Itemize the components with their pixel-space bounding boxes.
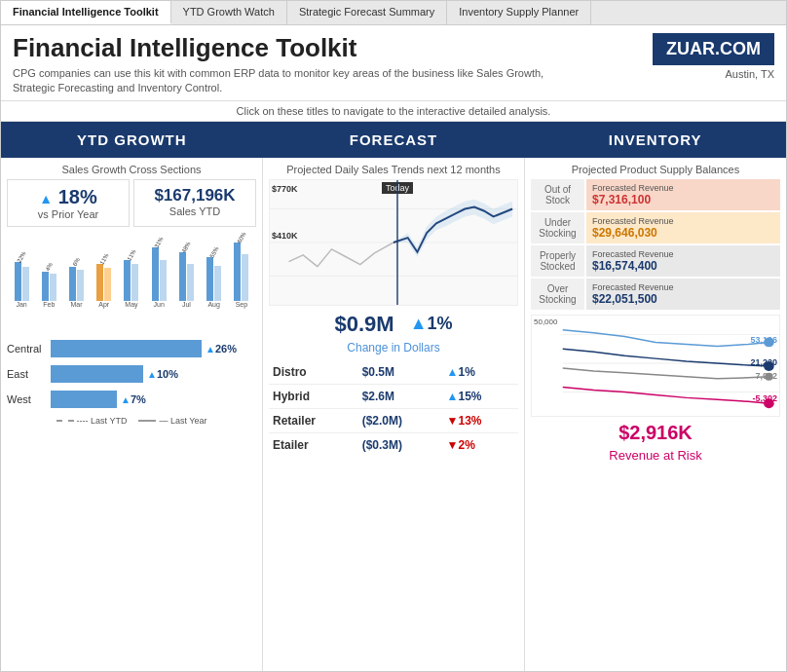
supply-val-1: 53,196 bbox=[750, 335, 777, 345]
channel-distro: Distro $0.5M ▲1% bbox=[269, 360, 518, 385]
channel-retailer-val: ($2.0M) bbox=[358, 408, 443, 432]
svg-marker-3 bbox=[394, 199, 512, 256]
inventory-section-header[interactable]: INVENTORY bbox=[524, 122, 786, 158]
ytd-vs-prior: vs Prior Year bbox=[10, 208, 127, 220]
forecast-line-chart: $770K $410K Today bbox=[269, 179, 518, 306]
forecast-svg bbox=[270, 180, 517, 305]
channel-hybrid-val: $2.6M bbox=[358, 384, 443, 408]
hbar-west-label: West bbox=[7, 393, 51, 405]
inv-under-label: Under Stocking bbox=[531, 212, 584, 243]
inv-row-4: Over Stocking Forecasted Revenue $22,051… bbox=[531, 279, 780, 310]
forecast-section-header[interactable]: FORECAST bbox=[263, 122, 525, 158]
risk-label: Revenue at Risk bbox=[531, 448, 780, 463]
ytd-growth-stat: ▲ 18% vs Prior Year bbox=[7, 179, 130, 227]
inv-row-2: Under Stocking Forecasted Revenue $29,64… bbox=[531, 212, 780, 243]
inv-out-value: Forecasted Revenue $7,316,100 bbox=[586, 179, 780, 210]
supply-y-max: 50,000 bbox=[534, 317, 557, 326]
forecast-column: Projected Daily Sales Trends next 12 mon… bbox=[263, 158, 525, 672]
inv-under-value: Forecasted Revenue $29,646,030 bbox=[586, 212, 780, 243]
tab-financial[interactable]: Financial Intelligence Toolkit bbox=[1, 1, 171, 24]
tab-forecast[interactable]: Strategic Forecast Summary bbox=[287, 1, 447, 24]
channel-retailer-name: Retailer bbox=[269, 408, 358, 432]
section-headers: YTD GROWTH FORECAST INVENTORY bbox=[1, 122, 786, 158]
inv-row-1: Out of Stock Forecasted Revenue $7,316,1… bbox=[531, 179, 780, 210]
company-logo: ZUAR.COM bbox=[653, 33, 774, 65]
click-hint: Click on these titles to navigate to the… bbox=[1, 101, 786, 122]
forecast-change-label: Change in Dollars bbox=[269, 341, 518, 355]
channel-distro-pct: ▲1% bbox=[443, 360, 518, 385]
supply-val-2: 21,220 bbox=[750, 357, 777, 367]
tab-bar: Financial Intelligence Toolkit YTD Growt… bbox=[1, 1, 786, 25]
inv-out-revenue: $7,316,100 bbox=[592, 193, 774, 206]
inv-out-label: Out of Stock bbox=[531, 179, 584, 210]
ytd-growth-value: ▲ 18% bbox=[10, 186, 127, 208]
tab-ytd[interactable]: YTD Growth Watch bbox=[171, 1, 287, 24]
inv-under-revenue: $29,646,030 bbox=[592, 226, 774, 240]
company-location: Austin, TX bbox=[653, 68, 774, 80]
channel-table: Distro $0.5M ▲1% Hybrid $2.6M ▲15% Retai… bbox=[269, 360, 518, 457]
supply-val-4: -5,302 bbox=[752, 393, 777, 403]
channel-retailer-pct: ▼13% bbox=[443, 408, 518, 432]
ytd-hbar-chart: Central ▲26% East ▲10% West ▲7% bbox=[7, 340, 256, 408]
hbar-east-pct: ▲10% bbox=[147, 368, 178, 380]
hbar-east-bar bbox=[51, 365, 143, 383]
ytd-sales-value: $167,196K bbox=[136, 186, 253, 205]
channel-hybrid: Hybrid $2.6M ▲15% bbox=[269, 384, 518, 408]
growth-up-icon: ▲ bbox=[39, 191, 53, 206]
header: Financial Intelligence Toolkit CPG compa… bbox=[1, 25, 786, 101]
legend-last-ytd: ---- Last YTD bbox=[56, 416, 128, 426]
ytd-section-header[interactable]: YTD GROWTH bbox=[1, 122, 263, 158]
forecast-values-row: $0.9M ▲1% bbox=[269, 312, 518, 337]
main-content: Sales Growth Cross Sections ▲ 18% vs Pri… bbox=[1, 158, 786, 672]
ytd-column: Sales Growth Cross Sections ▲ 18% vs Pri… bbox=[1, 158, 263, 672]
ytd-sales-stat: $167,196K Sales YTD bbox=[133, 179, 256, 227]
page-title: Financial Intelligence Toolkit bbox=[13, 33, 653, 63]
supply-val-3: 7,092 bbox=[755, 371, 777, 381]
inv-proper-revenue: $16,574,400 bbox=[592, 259, 774, 273]
ytd-chart-title: Sales Growth Cross Sections bbox=[7, 164, 256, 175]
inv-row-3: Properly Stocked Forecasted Revenue $16,… bbox=[531, 245, 780, 277]
hbar-central-pct: ▲26% bbox=[206, 343, 237, 355]
hbar-west: West ▲7% bbox=[7, 391, 256, 408]
channel-distro-val: $0.5M bbox=[358, 360, 443, 385]
hbar-central-label: Central bbox=[7, 343, 51, 355]
risk-value: $2,916K bbox=[531, 422, 780, 444]
channel-distro-name: Distro bbox=[269, 360, 358, 385]
forecast-change-pct: ▲1% bbox=[410, 314, 453, 334]
inventory-chart-title: Projected Product Supply Balances bbox=[531, 164, 780, 175]
forecast-change-dollars: $0.9M bbox=[335, 312, 394, 337]
inv-over-label: Over Stocking bbox=[531, 279, 584, 310]
channel-hybrid-name: Hybrid bbox=[269, 384, 358, 408]
inv-proper-label: Properly Stocked bbox=[531, 245, 584, 277]
inventory-column: Projected Product Supply Balances Out of… bbox=[525, 158, 786, 672]
channel-retailer: Retailer ($2.0M) ▼13% bbox=[269, 408, 518, 432]
hbar-east: East ▲10% bbox=[7, 365, 256, 383]
channel-etailer-val: ($0.3M) bbox=[358, 432, 443, 457]
ytd-stats: ▲ 18% vs Prior Year $167,196K Sales YTD bbox=[7, 179, 256, 227]
hbar-central-bar bbox=[51, 340, 202, 357]
inventory-grid: Out of Stock Forecasted Revenue $7,316,1… bbox=[531, 179, 780, 310]
hbar-central: Central ▲26% bbox=[7, 340, 256, 357]
price-high-label: $770K bbox=[272, 184, 298, 194]
channel-etailer: Etailer ($0.3M) ▼2% bbox=[269, 432, 518, 457]
inv-over-value: Forecasted Revenue $22,051,500 bbox=[586, 279, 780, 310]
hbar-east-label: East bbox=[7, 368, 51, 380]
inv-over-revenue: $22,051,500 bbox=[592, 292, 774, 306]
header-description: CPG companies can use this kit with comm… bbox=[13, 66, 578, 96]
channel-etailer-name: Etailer bbox=[269, 432, 358, 457]
ytd-sales-label: Sales YTD bbox=[136, 205, 253, 217]
legend-last-year: — Last Year bbox=[138, 416, 206, 426]
supply-svg bbox=[532, 316, 779, 416]
header-right: ZUAR.COM Austin, TX bbox=[653, 33, 774, 80]
tab-inventory[interactable]: Inventory Supply Planner bbox=[447, 1, 591, 24]
forecast-chart-title: Projected Daily Sales Trends next 12 mon… bbox=[269, 164, 518, 175]
hbar-west-bar bbox=[51, 391, 117, 408]
channel-hybrid-pct: ▲15% bbox=[443, 384, 518, 408]
header-left: Financial Intelligence Toolkit CPG compa… bbox=[13, 33, 653, 96]
inv-proper-value: Forecasted Revenue $16,574,400 bbox=[586, 245, 780, 277]
channel-etailer-pct: ▼2% bbox=[443, 432, 518, 457]
hbar-west-pct: ▲7% bbox=[121, 393, 146, 405]
ytd-bar-chart: 22% Jan 4% Feb 6% bbox=[7, 235, 256, 332]
supply-line-chart: 50,000 53,196 21,220 7,092 -5 bbox=[531, 315, 780, 417]
price-low-label: $410K bbox=[272, 231, 298, 241]
